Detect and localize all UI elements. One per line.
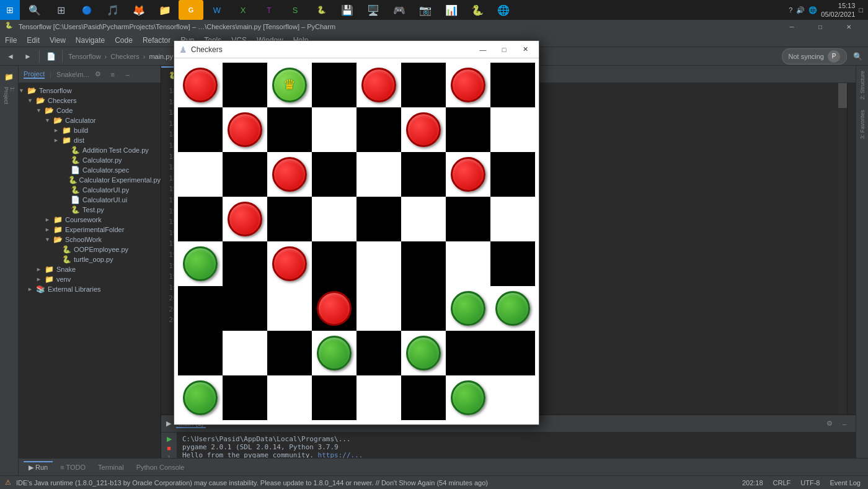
board-cell-1-6[interactable] (446, 107, 490, 152)
tree-external-libs[interactable]: ► 📚 External Libraries (19, 284, 161, 294)
board-cell-7-1[interactable] (178, 375, 223, 420)
tree-coursework[interactable]: ► 📁 Coursework (19, 215, 161, 225)
status-warning-text[interactable]: IDE's Java runtime (1.8.0_121-b13 by Ora… (16, 479, 488, 487)
board-cell-2-7[interactable] (490, 152, 535, 197)
tree-dist[interactable]: ► 📁 dist (19, 135, 161, 145)
toolbar-search[interactable]: 🔍 (849, 48, 866, 65)
piece-red-2-6[interactable] (451, 157, 485, 192)
taskbar-app14[interactable]: 📷 (413, 0, 438, 20)
taskbar-app15[interactable]: 📊 (439, 0, 464, 20)
run-sidebar-restart[interactable]: ▶ (162, 435, 176, 443)
board-cell-0-0[interactable] (178, 63, 223, 107)
board-cell-5-2[interactable] (223, 286, 267, 331)
taskbar-app6[interactable]: W (205, 0, 229, 20)
activity-project[interactable]: 📁 (1, 68, 18, 86)
tree-oopemployee[interactable]: 🐍 OOPEmployee.py (19, 244, 161, 254)
board-cell-6-3[interactable] (267, 331, 312, 375)
toolbar-back-btn[interactable]: ◄ (2, 48, 19, 65)
taskbar-app11[interactable]: 💾 (335, 0, 360, 20)
taskbar-task-view[interactable]: ⊞ (48, 0, 73, 20)
piece-red-0-4[interactable] (361, 68, 396, 102)
board-cell-0-5[interactable] (401, 63, 446, 107)
taskbar-app9[interactable]: S (283, 0, 308, 20)
board-cell-1-5[interactable] (401, 107, 446, 152)
piece-green-6-6[interactable] (406, 336, 441, 370)
taskbar-app1[interactable]: 🔵 (74, 0, 99, 20)
menu-edit[interactable]: Edit (22, 34, 45, 47)
board-cell-2-1[interactable] (223, 152, 267, 197)
board-cell-0-4[interactable] (356, 63, 401, 107)
project-tab[interactable]: Project (24, 70, 45, 79)
board-cell-3-7[interactable] (490, 197, 535, 241)
taskbar-app13[interactable]: 🎮 (387, 0, 412, 20)
board-cell-6-0[interactable] (490, 286, 535, 331)
board-cell-5-3[interactable] (267, 286, 312, 331)
side-tab-structure[interactable]: 2: Structure (859, 71, 866, 100)
checkers-board[interactable]: ♛ (178, 63, 535, 420)
piece-red-0-6[interactable] (451, 68, 485, 102)
board-cell-4-1[interactable] (223, 241, 267, 286)
tree-calculatorui-py[interactable]: 🐍 CalculatorUI.py (19, 185, 161, 195)
piece-red-4-2[interactable] (272, 246, 307, 281)
piece-green-7-1[interactable] (183, 380, 218, 415)
editor-scrollbar[interactable] (847, 83, 856, 415)
board-cell-5-4[interactable] (312, 286, 356, 331)
status-event-log[interactable]: Event Log (827, 479, 863, 487)
menu-file[interactable]: File (0, 34, 22, 47)
piece-red-1-5[interactable] (406, 112, 441, 147)
menu-code[interactable]: Code (110, 34, 138, 47)
taskbar-app7[interactable]: X (231, 0, 255, 20)
board-cell-7-7[interactable] (446, 375, 490, 420)
board-cell-3-3[interactable] (312, 197, 356, 241)
menu-navigate[interactable]: Navigate (71, 34, 110, 47)
side-tab-favorites[interactable]: 3: Favorites (859, 110, 866, 139)
taskbar-app12[interactable]: 🖥️ (361, 0, 386, 20)
board-cell-1-2[interactable] (267, 107, 312, 152)
board-cell-3-2[interactable] (267, 197, 312, 241)
tree-calculator[interactable]: ▼ 📂 Calculator (19, 115, 161, 125)
board-cell-0-2[interactable]: ♛ (267, 63, 312, 107)
board-cell-4-6[interactable] (446, 241, 490, 286)
taskbar-app2[interactable]: 🎵 (100, 0, 125, 20)
status-position[interactable]: 202:18 (740, 479, 766, 487)
board-cell-6-7[interactable] (446, 331, 490, 375)
board-cell-6-5[interactable] (356, 331, 401, 375)
board-cell-4-5[interactable] (401, 241, 446, 286)
board-cell-7-2[interactable] (223, 375, 267, 420)
taskbar-app16[interactable]: 🐍 (465, 0, 490, 20)
tree-venv[interactable]: ► 📁 venv (19, 274, 161, 284)
checkers-minimize[interactable]: — (474, 43, 492, 56)
board-cell-2-5[interactable] (401, 152, 446, 197)
checkers-maximize[interactable]: □ (495, 43, 513, 56)
tree-addition-test[interactable]: 🐍 Addition Test Code.py (19, 145, 161, 155)
piece-green-4-0[interactable] (183, 246, 218, 281)
board-cell-6-2[interactable] (223, 331, 267, 375)
close-button[interactable]: ✕ (835, 20, 863, 34)
tree-schoolwork[interactable]: ▼ 📂 SchoolWork (19, 235, 161, 244)
tree-calculator-spec[interactable]: 📄 Calculator.spec (19, 165, 161, 175)
board-cell-2-0[interactable] (178, 152, 223, 197)
board-cell-2-6[interactable] (446, 152, 490, 197)
taskbar-search[interactable]: 🔍 (22, 0, 47, 20)
piece-green-0-2[interactable]: ♛ (272, 68, 307, 102)
piece-green-6-4[interactable] (317, 336, 352, 370)
menu-refactor[interactable]: Refactor (138, 34, 175, 47)
status-crlf[interactable]: CRLF (771, 479, 794, 487)
board-cell-3-0[interactable] (178, 197, 223, 241)
tree-calculatorui-ui[interactable]: 📄 CalculatorUI.ui (19, 195, 161, 205)
toolbar-forward-btn[interactable]: ► (20, 48, 36, 65)
piece-green-6-0[interactable] (495, 291, 530, 326)
board-cell-6-1[interactable] (178, 331, 223, 375)
taskbar-app10[interactable]: 🐍 (309, 0, 334, 20)
board-cell-7-6[interactable] (401, 375, 446, 420)
not-syncing-button[interactable]: Not syncing P (782, 48, 847, 65)
tree-calculator-exp[interactable]: 🐍 Calculator Experimental.py (19, 175, 161, 185)
board-cell-2-3[interactable] (312, 152, 356, 197)
board-cell-1-1[interactable] (223, 107, 267, 152)
board-cell-6-6[interactable] (401, 331, 446, 375)
board-cell-3-4[interactable] (356, 197, 401, 241)
bottom-tab-terminal[interactable]: Terminal (93, 462, 129, 472)
panel-tool-settings[interactable]: ⚙ (92, 68, 104, 81)
run-tool-settings[interactable]: ⚙ (823, 418, 836, 430)
piece-red-2-2[interactable] (272, 157, 307, 192)
